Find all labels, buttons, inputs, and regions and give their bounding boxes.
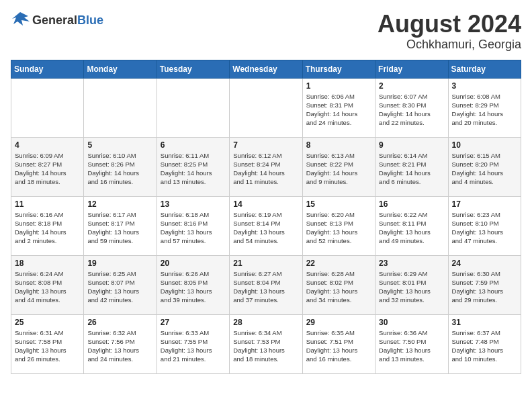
day-info: Sunrise: 6:36 AM Sunset: 7:50 PM Dayligh… xyxy=(379,328,444,364)
calendar-cell: 31Sunrise: 6:37 AM Sunset: 7:48 PM Dayli… xyxy=(448,314,521,373)
day-number: 2 xyxy=(379,81,444,91)
day-number: 17 xyxy=(452,199,517,209)
day-info: Sunrise: 6:35 AM Sunset: 7:51 PM Dayligh… xyxy=(306,328,371,364)
calendar-cell xyxy=(84,78,157,137)
day-number: 9 xyxy=(379,140,444,150)
svg-marker-0 xyxy=(12,12,30,26)
calendar-cell: 21Sunrise: 6:27 AM Sunset: 8:04 PM Dayli… xyxy=(230,255,302,314)
calendar-cell: 29Sunrise: 6:35 AM Sunset: 7:51 PM Dayli… xyxy=(302,314,375,373)
day-info: Sunrise: 6:32 AM Sunset: 7:56 PM Dayligh… xyxy=(87,328,152,364)
day-info: Sunrise: 6:30 AM Sunset: 7:59 PM Dayligh… xyxy=(452,269,517,305)
calendar-cell: 22Sunrise: 6:28 AM Sunset: 8:02 PM Dayli… xyxy=(302,255,375,314)
day-info: Sunrise: 6:20 AM Sunset: 8:13 PM Dayligh… xyxy=(306,210,371,246)
calendar-cell: 3Sunrise: 6:08 AM Sunset: 8:29 PM Daylig… xyxy=(448,78,521,137)
logo: GeneralBlue xyxy=(11,11,103,30)
calendar-table: Sunday Monday Tuesday Wednesday Thursday… xyxy=(11,60,521,374)
calendar-cell: 9Sunrise: 6:14 AM Sunset: 8:21 PM Daylig… xyxy=(375,137,448,196)
day-number: 21 xyxy=(233,259,298,268)
day-info: Sunrise: 6:31 AM Sunset: 7:58 PM Dayligh… xyxy=(15,328,80,364)
day-info: Sunrise: 6:23 AM Sunset: 8:10 PM Dayligh… xyxy=(452,210,517,246)
calendar-cell: 16Sunrise: 6:22 AM Sunset: 8:11 PM Dayli… xyxy=(375,196,448,255)
calendar-cell: 1Sunrise: 6:06 AM Sunset: 8:31 PM Daylig… xyxy=(302,78,375,137)
calendar-cell: 25Sunrise: 6:31 AM Sunset: 7:58 PM Dayli… xyxy=(11,314,84,373)
month-year-title: August 2024 xyxy=(378,11,521,38)
calendar-cell: 17Sunrise: 6:23 AM Sunset: 8:10 PM Dayli… xyxy=(448,196,521,255)
day-info: Sunrise: 6:08 AM Sunset: 8:29 PM Dayligh… xyxy=(452,92,517,128)
calendar-cell: 18Sunrise: 6:24 AM Sunset: 8:08 PM Dayli… xyxy=(11,255,84,314)
day-info: Sunrise: 6:12 AM Sunset: 8:24 PM Dayligh… xyxy=(233,151,298,187)
day-number: 16 xyxy=(379,199,444,209)
day-number: 4 xyxy=(15,140,80,150)
calendar-cell: 19Sunrise: 6:25 AM Sunset: 8:07 PM Dayli… xyxy=(84,255,157,314)
calendar-cell: 14Sunrise: 6:19 AM Sunset: 8:14 PM Dayli… xyxy=(230,196,302,255)
calendar-cell: 13Sunrise: 6:18 AM Sunset: 8:16 PM Dayli… xyxy=(157,196,229,255)
calendar-cell: 28Sunrise: 6:34 AM Sunset: 7:53 PM Dayli… xyxy=(230,314,302,373)
calendar-week-2: 4Sunrise: 6:09 AM Sunset: 8:27 PM Daylig… xyxy=(11,137,521,196)
day-info: Sunrise: 6:25 AM Sunset: 8:07 PM Dayligh… xyxy=(87,269,152,305)
day-number: 26 xyxy=(87,318,152,327)
day-number: 23 xyxy=(379,259,444,268)
calendar-body: 1Sunrise: 6:06 AM Sunset: 8:31 PM Daylig… xyxy=(11,78,521,373)
logo-icon xyxy=(11,11,30,30)
day-number: 18 xyxy=(15,259,80,268)
header-tuesday: Tuesday xyxy=(157,60,229,78)
day-info: Sunrise: 6:10 AM Sunset: 8:26 PM Dayligh… xyxy=(87,151,152,187)
calendar-week-4: 18Sunrise: 6:24 AM Sunset: 8:08 PM Dayli… xyxy=(11,255,521,314)
day-number: 11 xyxy=(15,199,80,209)
logo-general: General xyxy=(32,13,77,27)
day-info: Sunrise: 6:29 AM Sunset: 8:01 PM Dayligh… xyxy=(379,269,444,305)
day-number: 28 xyxy=(233,318,298,327)
day-info: Sunrise: 6:28 AM Sunset: 8:02 PM Dayligh… xyxy=(306,269,371,305)
day-info: Sunrise: 6:19 AM Sunset: 8:14 PM Dayligh… xyxy=(233,210,298,246)
day-number: 22 xyxy=(306,259,371,268)
location-subtitle: Ochkhamuri, Georgia xyxy=(378,38,521,52)
calendar-week-1: 1Sunrise: 6:06 AM Sunset: 8:31 PM Daylig… xyxy=(11,78,521,137)
calendar-cell: 8Sunrise: 6:13 AM Sunset: 8:22 PM Daylig… xyxy=(302,137,375,196)
day-number: 13 xyxy=(161,199,226,209)
day-info: Sunrise: 6:07 AM Sunset: 8:30 PM Dayligh… xyxy=(379,92,444,128)
day-info: Sunrise: 6:34 AM Sunset: 7:53 PM Dayligh… xyxy=(233,328,298,364)
calendar-header: Sunday Monday Tuesday Wednesday Thursday… xyxy=(11,60,521,78)
calendar-cell: 12Sunrise: 6:17 AM Sunset: 8:17 PM Dayli… xyxy=(84,196,157,255)
day-number: 5 xyxy=(87,140,152,150)
day-info: Sunrise: 6:18 AM Sunset: 8:16 PM Dayligh… xyxy=(161,210,226,246)
day-number: 20 xyxy=(161,259,226,268)
day-number: 3 xyxy=(452,81,517,91)
day-number: 1 xyxy=(306,81,371,91)
calendar-cell: 30Sunrise: 6:36 AM Sunset: 7:50 PM Dayli… xyxy=(375,314,448,373)
day-info: Sunrise: 6:24 AM Sunset: 8:08 PM Dayligh… xyxy=(15,269,80,305)
header-thursday: Thursday xyxy=(302,60,375,78)
day-number: 12 xyxy=(87,199,152,209)
calendar-cell: 6Sunrise: 6:11 AM Sunset: 8:25 PM Daylig… xyxy=(157,137,229,196)
calendar-cell: 27Sunrise: 6:33 AM Sunset: 7:55 PM Dayli… xyxy=(157,314,229,373)
header-friday: Friday xyxy=(375,60,448,78)
calendar-cell: 24Sunrise: 6:30 AM Sunset: 7:59 PM Dayli… xyxy=(448,255,521,314)
day-number: 19 xyxy=(87,259,152,268)
day-info: Sunrise: 6:16 AM Sunset: 8:18 PM Dayligh… xyxy=(15,210,80,246)
logo-text: GeneralBlue xyxy=(32,14,103,27)
header-wednesday: Wednesday xyxy=(230,60,302,78)
header: GeneralBlue August 2024 Ochkhamuri, Geor… xyxy=(11,11,521,52)
day-number: 10 xyxy=(452,140,517,150)
calendar-cell xyxy=(230,78,302,137)
calendar-cell xyxy=(157,78,229,137)
day-number: 7 xyxy=(233,140,298,150)
day-number: 6 xyxy=(161,140,226,150)
calendar-cell: 26Sunrise: 6:32 AM Sunset: 7:56 PM Dayli… xyxy=(84,314,157,373)
day-info: Sunrise: 6:26 AM Sunset: 8:05 PM Dayligh… xyxy=(161,269,226,305)
day-info: Sunrise: 6:17 AM Sunset: 8:17 PM Dayligh… xyxy=(87,210,152,246)
day-info: Sunrise: 6:27 AM Sunset: 8:04 PM Dayligh… xyxy=(233,269,298,305)
calendar-cell: 4Sunrise: 6:09 AM Sunset: 8:27 PM Daylig… xyxy=(11,137,84,196)
day-number: 24 xyxy=(452,259,517,268)
calendar-cell xyxy=(11,78,84,137)
day-number: 8 xyxy=(306,140,371,150)
calendar-cell: 5Sunrise: 6:10 AM Sunset: 8:26 PM Daylig… xyxy=(84,137,157,196)
calendar-cell: 23Sunrise: 6:29 AM Sunset: 8:01 PM Dayli… xyxy=(375,255,448,314)
day-number: 14 xyxy=(233,199,298,209)
day-number: 30 xyxy=(379,318,444,327)
header-row: Sunday Monday Tuesday Wednesday Thursday… xyxy=(11,60,521,78)
calendar-cell: 2Sunrise: 6:07 AM Sunset: 8:30 PM Daylig… xyxy=(375,78,448,137)
calendar-cell: 7Sunrise: 6:12 AM Sunset: 8:24 PM Daylig… xyxy=(230,137,302,196)
day-number: 29 xyxy=(306,318,371,327)
header-saturday: Saturday xyxy=(448,60,521,78)
